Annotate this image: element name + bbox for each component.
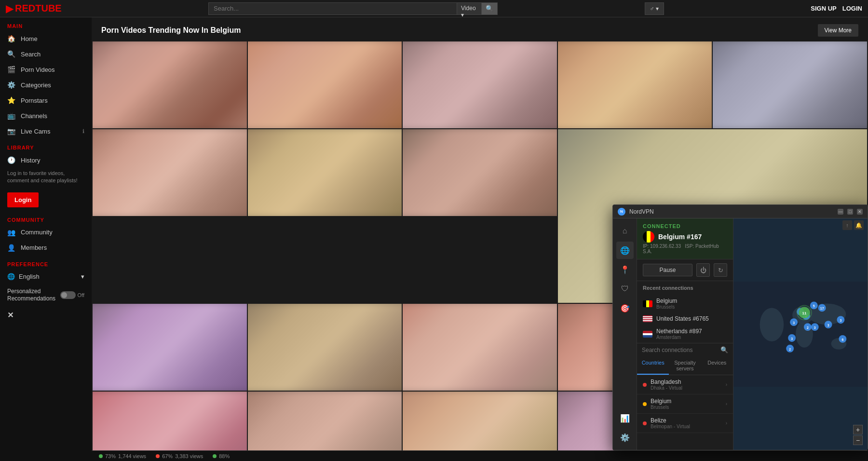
vpn-target-btn[interactable]: 🎯 (616, 299, 634, 317)
sidebar-item-members[interactable]: 👤 Members (0, 240, 92, 256)
sidebar-item-porn-videos[interactable]: 🎬 Porn Videos (0, 62, 92, 77)
connected-banner: CONNECTED Belgium #167 IP: 109.236.62.33… (637, 218, 733, 259)
expand-arrow-belize: › (726, 420, 727, 426)
sidebar-item-live-cams[interactable]: 📷 Live Cams ℹ (0, 123, 92, 139)
sidebar-item-channels[interactable]: 📺 Channels (0, 108, 92, 123)
stat-item-2: 67% 3,383 views (156, 453, 203, 459)
close-button[interactable]: ✕ (857, 209, 863, 215)
expand-arrow-belgium: › (726, 401, 727, 407)
sidebar-login-button[interactable]: Login (7, 192, 39, 207)
video-thumb-4[interactable] (558, 41, 712, 128)
expand-arrow-bangladesh: › (726, 382, 727, 387)
video-thumb-12[interactable] (403, 304, 557, 391)
vpn-globe-btn[interactable]: 🌐 (616, 242, 634, 259)
video-thumb-8[interactable] (403, 129, 557, 216)
country-item-belgium[interactable]: Belgium Brussels › (637, 394, 733, 414)
tab-specialty[interactable]: Specialty servers (669, 356, 701, 375)
search-input[interactable] (208, 2, 457, 15)
vpn-shield-btn[interactable]: 🛡 (616, 280, 634, 298)
svg-text:3: 3 (793, 321, 795, 325)
login-button[interactable]: LOGIN (842, 5, 862, 12)
search-connections-input[interactable] (642, 347, 718, 353)
video-thumb-11[interactable] (248, 304, 402, 391)
logo[interactable]: ▶ REDTUBE (6, 3, 62, 14)
sidebar-item-categories[interactable]: ⚙️ Categories (0, 77, 92, 93)
pause-button[interactable]: Pause (643, 264, 692, 276)
svg-text:3: 3 (791, 337, 793, 340)
stat-dot-3 (213, 454, 217, 458)
status-dot-belize (643, 421, 647, 425)
sidebar-item-pornstars[interactable]: ⭐ Pornstars (0, 93, 92, 108)
tab-devices[interactable]: Devices (701, 356, 733, 375)
view-more-button[interactable]: View More (818, 24, 858, 37)
svg-text:2: 2 (807, 326, 809, 329)
sidebar: MAIN 🏠 Home 🔍 Search 🎬 Porn Videos ⚙️ Ca… (0, 17, 92, 461)
us-flag-recent (643, 315, 652, 322)
video-thumb-6[interactable] (93, 129, 247, 216)
nordvpn-middle-panel: CONNECTED Belgium #167 IP: 109.236.62.33… (637, 218, 733, 450)
sidebar-item-history[interactable]: 🕐 History (0, 152, 92, 168)
video-thumb-10[interactable] (93, 304, 247, 391)
videos-icon: 🎬 (7, 66, 16, 73)
video-thumb-7[interactable] (248, 129, 402, 216)
sidebar-library-label: LIBRARY (0, 139, 92, 152)
search-button[interactable]: 🔍 (482, 2, 498, 15)
chevron-down-icon: ▾ (81, 273, 84, 280)
refresh-icon-btn[interactable]: ↻ (714, 263, 727, 277)
country-row: Belgium #167 (643, 231, 727, 243)
video-thumb-5[interactable] (713, 41, 867, 128)
info-icon: ℹ (82, 128, 84, 135)
nordvpn-logo-icon: N (618, 208, 625, 216)
gender-filter[interactable]: ♂ ▾ (645, 2, 664, 15)
sidebar-item-home[interactable]: 🏠 Home (0, 31, 92, 46)
language-select[interactable]: 🌐 English ▾ (0, 269, 92, 284)
vpn-location-btn[interactable]: 📍 (616, 261, 634, 278)
video-thumb-2[interactable] (248, 41, 402, 128)
upload-icon-btn[interactable]: ↑ (842, 220, 852, 230)
stats-bar: 73% 1,744 views 67% 3,383 views 88% (92, 450, 868, 461)
zoom-out-button[interactable]: − (853, 435, 863, 445)
recent-item-us[interactable]: United States #6765 (637, 312, 733, 325)
recent-item-nl[interactable]: Netherlands #897 Amsterdam (637, 325, 733, 343)
zoom-in-button[interactable]: + (853, 425, 863, 434)
svg-text:3: 3 (840, 319, 841, 322)
vpn-settings-btn[interactable]: ⚙️ (616, 429, 634, 446)
connection-details: IP: 109.236.62.33 ISP: PacketHub S.A. (643, 244, 727, 254)
nordvpn-body: ⌂ 🌐 📍 🛡 🎯 📊 ⚙️ CONNECTED Belgium #167 I (613, 218, 868, 450)
stat-item-3: 88% (213, 453, 230, 459)
home-icon: 🏠 (7, 35, 16, 42)
channels-icon: 📺 (7, 112, 16, 120)
power-icon-btn[interactable]: ⏻ (696, 263, 710, 277)
sidebar-item-community[interactable]: 👥 Community (0, 225, 92, 240)
sidebar-item-search[interactable]: 🔍 Search (0, 46, 92, 62)
video-thumb-3[interactable] (403, 41, 557, 128)
country-item-belize[interactable]: Belize Belmopan - Virtual › (637, 414, 733, 433)
toggle-knob (61, 292, 67, 298)
vpn-home-btn[interactable]: ⌂ (616, 222, 634, 240)
stat-dot-1 (99, 454, 103, 458)
nordvpn-titlebar: N NordVPN — □ ✕ (613, 205, 868, 218)
connected-label: CONNECTED (643, 223, 727, 229)
search-type-select[interactable]: Video ▾ (457, 2, 482, 15)
community-icon: 👥 (7, 229, 16, 236)
video-thumb-1[interactable] (93, 41, 247, 128)
search-icon: 🔍 (7, 50, 16, 58)
svg-text:2: 2 (789, 348, 791, 351)
tab-countries[interactable]: Countries (637, 356, 669, 375)
country-item-bangladesh[interactable]: Bangladesh Dhaka - Virtual › (637, 375, 733, 394)
vpn-stats-btn[interactable]: 📊 (616, 409, 634, 427)
x-logo[interactable]: ✕ (0, 307, 92, 324)
nordvpn-title: NordVPN (629, 208, 834, 215)
personalized-toggle[interactable]: Off (60, 291, 84, 299)
search-bar: Video ▾ 🔍 (208, 2, 498, 15)
nordvpn-overlay: N NordVPN — □ ✕ ⌂ 🌐 📍 🛡 🎯 📊 ⚙️ CONNECTED (612, 204, 868, 450)
signup-button[interactable]: SIGN UP (811, 5, 836, 12)
recent-item-belgium[interactable]: Belgium Brussels (637, 295, 733, 312)
svg-point-4 (760, 308, 784, 341)
minimize-button[interactable]: — (838, 209, 843, 215)
bell-icon-btn[interactable]: 🔔 (854, 220, 864, 230)
toggle-switch (60, 291, 76, 299)
logo-icon: ▶ (6, 3, 13, 14)
nordvpn-left-panel: ⌂ 🌐 📍 🛡 🎯 📊 ⚙️ (613, 218, 637, 450)
maximize-button[interactable]: □ (847, 209, 853, 215)
